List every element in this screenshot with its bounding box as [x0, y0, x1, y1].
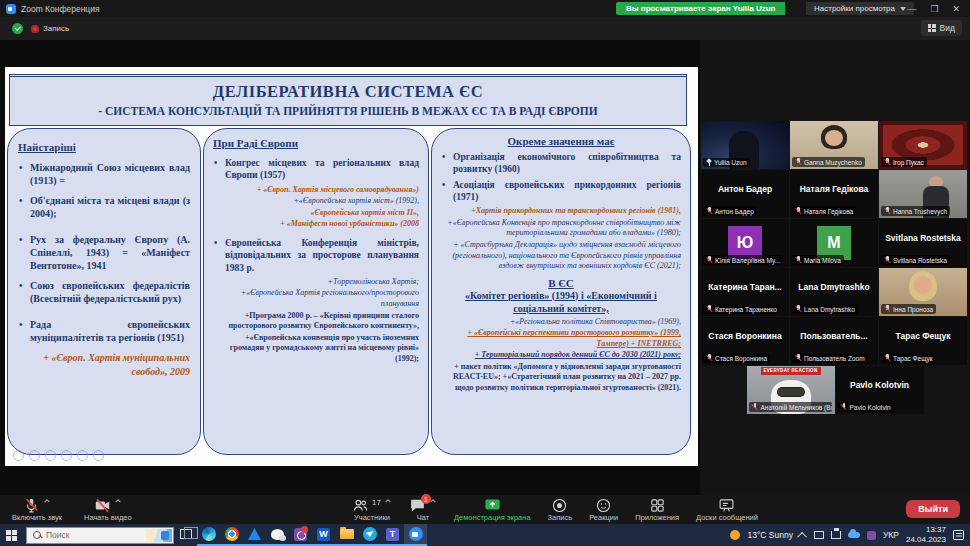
participant-name-chip: Maria Milova [792, 255, 844, 265]
whiteboard-icon [718, 497, 735, 514]
participant-tile[interactable]: Катерина Таран... Катерина Тараненко [701, 268, 789, 316]
slide-nav-more[interactable] [93, 450, 104, 461]
participant-tile[interactable]: Тарас Фещук Тарас Фещук [879, 317, 967, 365]
sub-note: +«Європейська Хартія регіонального/прост… [213, 288, 419, 309]
language-indicator[interactable]: УКР [883, 530, 899, 540]
minimize-button[interactable]: — [907, 4, 916, 14]
bullet-item: Рух за федеральну Європу (А. Спінеллі, 1… [18, 233, 190, 272]
ec-heading: В ЄС [441, 277, 681, 289]
close-button[interactable]: ✕ [952, 4, 960, 14]
participant-tile[interactable]: Ganna Muzychenko [790, 121, 878, 169]
mic-muted-icon [795, 256, 802, 264]
start-button[interactable] [0, 524, 22, 546]
bullet-item: Рада європейських муніципалітетів та рег… [18, 318, 190, 344]
participant-name-chip: Yuliia Uzun [703, 158, 750, 167]
participant-tile[interactable]: M Maria Milova [790, 219, 878, 267]
apps-button[interactable]: Приложения [635, 497, 679, 522]
participants-button[interactable]: 17 Участники [352, 497, 392, 522]
bullet-item: Асоціація європейських прикордонних регі… [441, 179, 681, 204]
mic-muted-icon [706, 256, 713, 264]
participant-tile[interactable]: Пользователь... Пользователь Zoom [790, 317, 878, 365]
taskbar-app-edge[interactable] [197, 524, 220, 546]
display-tray-icon[interactable] [814, 531, 824, 539]
participant-tile[interactable]: Pavlo Kolotvin Pavlo Kolotvin [836, 366, 924, 414]
slide-nav-zoom[interactable] [77, 450, 88, 461]
bullet-item: Міжнародний Союз місцевих влад (1913) = [18, 161, 190, 187]
record-button[interactable]: Запись [548, 497, 573, 522]
mic-muted-icon [884, 256, 891, 264]
participant-tile[interactable]: Yuliia Uzun [701, 121, 789, 169]
reactions-icon [595, 497, 612, 514]
participant-name-chip: Пользователь Zoom [792, 353, 868, 363]
sub-note: +Торремоліноська Хартія; [213, 277, 419, 288]
slide-nav-next[interactable] [29, 450, 40, 461]
participant-name-chip: Svitlana Rostetska [881, 255, 950, 265]
slide-nav-previous[interactable] [13, 450, 24, 461]
camera-off-icon [94, 497, 111, 514]
participant-name-chip: Тарас Фещук [881, 353, 936, 363]
taskbar-clock[interactable]: 13:37 24.04.2023 [906, 525, 946, 544]
participant-tile[interactable]: Ігор Пукас [879, 121, 967, 169]
chat-button[interactable]: 1 Чат [409, 497, 437, 522]
charter-note: + «Європ. Хартія муніципальних свобод», … [18, 351, 190, 378]
slide-nav-pen[interactable] [45, 450, 56, 461]
participant-tile[interactable]: Hanna Trushevych [879, 170, 967, 218]
chevron-up-icon[interactable] [384, 497, 392, 505]
taskbar-app-viber[interactable] [289, 524, 312, 546]
participant-tile[interactable]: Інна Проноза [879, 268, 967, 316]
view-button[interactable]: Вид [921, 20, 962, 36]
reactions-button[interactable]: Реакции [589, 497, 618, 522]
apps-icon [649, 497, 666, 514]
teams-icon: T [386, 528, 399, 541]
chevron-up-icon[interactable] [43, 497, 51, 505]
chevron-up-icon[interactable] [114, 497, 122, 505]
participant-tile[interactable]: Lana Dmytrashko Lana Dmytrashko [790, 268, 878, 316]
leave-meeting-button[interactable]: Выйти [906, 500, 960, 518]
taskbar-app-explorer[interactable] [335, 524, 358, 546]
tray-expand-icon[interactable] [797, 531, 807, 541]
onedrive-tray-icon[interactable] [848, 532, 860, 538]
mic-muted-icon [706, 305, 713, 313]
viber-tray-icon[interactable] [867, 531, 876, 540]
video-banner: EVERYDAY REACTION [761, 367, 821, 375]
taskbar-app-telegram[interactable] [358, 524, 381, 546]
sub-note: «Європейська хартія міст ІІ», [213, 208, 419, 219]
taskbar-app-zoom[interactable] [404, 524, 427, 546]
taskbar-app-blue[interactable] [243, 524, 266, 546]
action-center-icon[interactable] [953, 530, 964, 540]
taskbar-app-word[interactable]: W [312, 524, 335, 546]
unmute-button[interactable]: Включить звук [12, 497, 62, 522]
share-screen-button[interactable]: Демонстрация экрана [454, 497, 531, 522]
taskbar-app-chrome[interactable] [220, 524, 243, 546]
sub-note: + «Страсбурзька Декларація» щодо зміцнен… [441, 240, 681, 272]
participant-tile[interactable]: Ю Юлія Валеріївна Му... [701, 219, 789, 267]
sub-note: +«Регіональна політика Співтовариства» (… [441, 317, 681, 328]
taskbar-app-teams[interactable]: T [381, 524, 404, 546]
participant-tile[interactable]: Стася Воронкина Стася Воронкина [701, 317, 789, 365]
participant-name-chip: Стася Воронкина [703, 353, 770, 363]
slide-nav-all-slides[interactable] [61, 450, 72, 461]
mic-muted-icon [752, 403, 759, 411]
start-video-button[interactable]: Начать видео [84, 497, 132, 522]
mic-muted-icon [706, 207, 713, 215]
task-view-button[interactable] [174, 524, 197, 546]
ec-title: «Комітет регіонів» (1994) і «Економічний… [441, 289, 681, 315]
taskbar-search[interactable] [26, 527, 174, 544]
maximize-button[interactable]: ❐ [930, 4, 938, 14]
taskbar-app-messenger[interactable] [266, 524, 289, 546]
participant-tile[interactable]: Антон Бадер Антон Бадер [701, 170, 789, 218]
search-input[interactable] [46, 530, 146, 540]
participant-tile[interactable]: Наталя Гедікова Наталя Гедікова [790, 170, 878, 218]
meeting-info-shield-icon[interactable] [12, 23, 23, 34]
mic-muted-icon [841, 403, 848, 411]
whiteboards-button[interactable]: Доски сообщений [696, 497, 758, 522]
view-options-dropdown[interactable]: Настройки просмотра [806, 2, 914, 15]
participant-tile[interactable]: Svitlana Rostetska Svitlana Rostetska [879, 219, 967, 267]
recording-icon [31, 25, 39, 33]
gallery-view-icon [928, 24, 936, 32]
mic-muted-icon [795, 354, 802, 362]
network-tray-icon[interactable] [831, 531, 841, 539]
weather-text[interactable]: 13°C Sunny [747, 530, 792, 540]
weather-sun-icon [730, 530, 740, 540]
participant-tile[interactable]: EVERYDAY REACTION Анатолій Мельников (Ві… [747, 366, 835, 414]
